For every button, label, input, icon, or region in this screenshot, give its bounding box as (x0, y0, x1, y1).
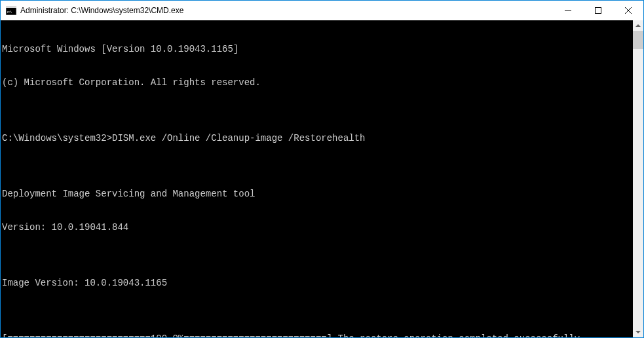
terminal-line: Version: 10.0.19041.844 (2, 222, 633, 233)
content-area: Microsoft Windows [Version 10.0.19043.11… (1, 20, 643, 337)
close-button[interactable] (613, 1, 643, 20)
terminal-line: Microsoft Windows [Version 10.0.19043.11… (2, 44, 633, 55)
terminal-line: (c) Microsoft Corporation. All rights re… (2, 77, 633, 88)
cmd-icon: c:\ (6, 6, 16, 15)
scrollbar-track[interactable] (633, 49, 643, 327)
terminal-output[interactable]: Microsoft Windows [Version 10.0.19043.11… (1, 20, 633, 337)
window-controls (553, 1, 643, 20)
svg-rect-1 (6, 6, 16, 8)
vertical-scrollbar[interactable] (633, 20, 643, 337)
terminal-line: [==========================100.0%=======… (2, 333, 633, 337)
minimize-button[interactable] (553, 1, 583, 20)
cmd-window: c:\ Administrator: C:\Windows\system32\C… (0, 0, 644, 338)
scroll-up-button[interactable] (633, 20, 643, 31)
scrollbar-thumb[interactable] (633, 31, 643, 49)
svg-text:c:\: c:\ (7, 9, 12, 14)
scroll-down-button[interactable] (633, 327, 643, 337)
svg-marker-7 (635, 24, 641, 27)
titlebar[interactable]: c:\ Administrator: C:\Windows\system32\C… (1, 1, 643, 20)
terminal-line: Image Version: 10.0.19043.1165 (2, 278, 633, 289)
svg-rect-4 (596, 8, 601, 14)
maximize-button[interactable] (583, 1, 613, 20)
svg-marker-8 (635, 331, 641, 333)
terminal-line: C:\Windows\system32>DISM.exe /Online /Cl… (2, 133, 633, 144)
terminal-line: Deployment Image Servicing and Managemen… (2, 189, 633, 200)
window-title: Administrator: C:\Windows\system32\CMD.e… (20, 6, 553, 15)
